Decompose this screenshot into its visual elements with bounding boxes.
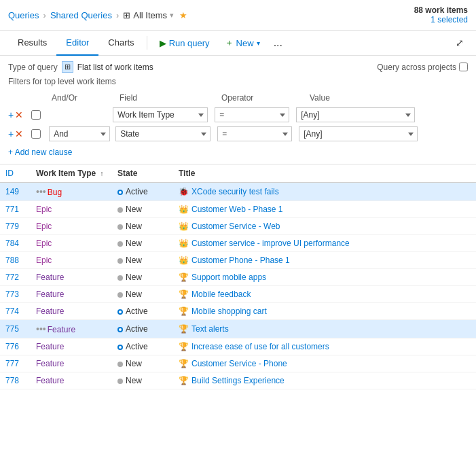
th-id[interactable]: ID (0, 164, 31, 183)
row-id-link[interactable]: 779 (5, 222, 19, 231)
filter-label: Filters for top level work items (8, 77, 468, 86)
filter-row-2-val-select[interactable]: [Any] Active New Resolved (299, 126, 418, 141)
new-plus-icon: ＋ (225, 37, 234, 49)
row-work-type-label: Feature (36, 359, 64, 368)
th-title[interactable]: Title (173, 164, 476, 183)
filter-row-2-op-select[interactable]: = ≠ (217, 126, 292, 141)
filter-row-2-remove-icon[interactable]: ✕ (15, 128, 23, 139)
row-state-dot (117, 224, 123, 230)
table-row[interactable]: 779EpicNew👑Customer Service - Web (0, 218, 476, 235)
row-title-link[interactable]: Mobile shopping cart (191, 307, 267, 316)
row-work-type-label: Epic (36, 239, 52, 248)
filter-header: And/Or Field Operator Value (8, 90, 468, 105)
row-id-link[interactable]: 775 (5, 324, 19, 334)
row-work-type: Epic (31, 252, 112, 269)
filter-row-2-andor-select[interactable]: And Or (49, 126, 110, 141)
th-work-item-type[interactable]: Work Item Type ↑ (31, 164, 112, 183)
row-title-link[interactable]: Increase ease of use for all customers (191, 342, 329, 351)
row-id-link[interactable]: 777 (5, 359, 19, 368)
row-state: Active (112, 303, 173, 320)
row-id-link[interactable]: 772 (5, 273, 19, 282)
table-row[interactable]: 773FeatureNew🏆Mobile feedback (0, 286, 476, 303)
row-state-dot (117, 292, 123, 298)
row-id-link[interactable]: 773 (5, 290, 19, 299)
row-id-link[interactable]: 788 (5, 256, 19, 265)
table-row[interactable]: 149•••BugActive🐞XCode security test fail… (0, 183, 476, 201)
row-state-dot (117, 275, 123, 281)
row-work-type: Feature (31, 269, 112, 286)
row-title-link[interactable]: Text alerts (191, 324, 229, 334)
table-row[interactable]: 784EpicNew👑Customer service - improve UI… (0, 235, 476, 252)
row-context-menu-icon[interactable]: ••• (36, 186, 46, 197)
table-row[interactable]: 775•••FeatureActive🏆Text alerts (0, 320, 476, 338)
filter-row-2-field-select[interactable]: State Work Item Type Title (115, 126, 210, 141)
row-state: New (112, 218, 173, 235)
filter-row-1-remove-icon[interactable]: ✕ (15, 109, 23, 120)
row-title: 🏆Text alerts (173, 320, 476, 338)
row-title-link[interactable]: Customer Service - Phone (191, 359, 287, 368)
breadcrumb-shared-queries[interactable]: Shared Queries (50, 10, 112, 20)
table-row[interactable]: 776FeatureActive🏆Increase ease of use fo… (0, 338, 476, 355)
row-title-icon: 👑 (179, 256, 189, 265)
th-state[interactable]: State (112, 164, 173, 183)
row-state-dot (117, 379, 123, 384)
row-id-link[interactable]: 774 (5, 307, 19, 316)
row-title-link[interactable]: Customer Service - Web (191, 222, 280, 231)
filter-row-2-add-icon[interactable]: + (8, 128, 14, 139)
new-button[interactable]: ＋ New ▾ (218, 33, 267, 53)
work-items-table-container[interactable]: ID Work Item Type ↑ State Title 149•••Bu… (0, 164, 476, 389)
expand-button[interactable]: ⤢ (452, 33, 468, 52)
row-title-icon: 👑 (179, 205, 189, 214)
tab-charts[interactable]: Charts (98, 31, 143, 56)
row-state: New (112, 355, 173, 372)
tab-editor[interactable]: Editor (56, 31, 98, 56)
col-andor-header: And/Or (49, 92, 117, 104)
row-state-label: Active (126, 187, 148, 196)
row-id-link[interactable]: 778 (5, 376, 19, 385)
col-value-header: Value (307, 92, 436, 104)
table-row[interactable]: 774FeatureActive🏆Mobile shopping cart (0, 303, 476, 320)
row-state-label: New (126, 376, 142, 385)
row-title-link[interactable]: Customer Phone - Phase 1 (191, 256, 290, 265)
table-row[interactable]: 777FeatureNew🏆Customer Service - Phone (0, 355, 476, 372)
tab-results[interactable]: Results (8, 31, 56, 56)
row-id-link[interactable]: 776 (5, 342, 19, 351)
filter-row-2-checkbox[interactable] (31, 129, 41, 139)
filter-row-1-checkbox[interactable] (31, 110, 41, 120)
query-across-checkbox[interactable] (459, 63, 468, 71)
row-title-link[interactable]: XCode security test fails (191, 187, 279, 196)
table-row[interactable]: 778FeatureNew🏆Build Settings Experience (0, 372, 476, 389)
row-title-icon: 🏆 (179, 324, 189, 334)
row-title-link[interactable]: Build Settings Experience (191, 376, 285, 385)
row-context-menu-icon[interactable]: ••• (36, 324, 46, 334)
filter-row-1-op-select[interactable]: = ≠ contains (215, 107, 289, 122)
row-id-link[interactable]: 784 (5, 239, 19, 248)
filter-row-1-val-select[interactable]: [Any] Bug Epic Feature (296, 107, 415, 122)
row-title-icon: 🏆 (179, 376, 189, 385)
breadcrumb-count: 88 work items 1 selected (414, 5, 468, 24)
run-query-label: Run query (169, 38, 210, 48)
table-row[interactable]: 772FeatureNew🏆Support mobile apps (0, 269, 476, 286)
row-title-link[interactable]: Customer Web - Phase 1 (191, 205, 283, 214)
breadcrumb-dropdown-icon[interactable]: ▾ (170, 11, 174, 20)
row-work-type: Feature (31, 303, 112, 320)
row-state-dot (117, 241, 123, 247)
run-query-icon: ▶ (160, 38, 166, 48)
row-state-label: New (126, 239, 142, 248)
breadcrumb-favorite-icon[interactable]: ★ (179, 10, 187, 20)
filter-row-1-add-icon[interactable]: + (8, 109, 14, 120)
more-options-button[interactable]: ... (268, 33, 288, 53)
row-title-link[interactable]: Mobile feedback (191, 290, 251, 299)
row-id-link[interactable]: 149 (5, 187, 19, 196)
row-title-link[interactable]: Support mobile apps (191, 273, 266, 282)
table-row[interactable]: 788EpicNew👑Customer Phone - Phase 1 (0, 252, 476, 269)
row-title-link[interactable]: Customer service - improve UI performanc… (191, 239, 350, 248)
row-id-link[interactable]: 771 (5, 205, 19, 214)
run-query-button[interactable]: ▶ Run query (153, 34, 217, 52)
row-state: Active (112, 320, 173, 338)
table-row[interactable]: 771EpicNew👑Customer Web - Phase 1 (0, 201, 476, 218)
breadcrumb-queries[interactable]: Queries (8, 10, 39, 20)
filter-row-1-field-select[interactable]: Work Item Type State Title (113, 107, 208, 122)
row-state-label: New (126, 205, 142, 214)
add-clause-button[interactable]: + Add new clause (8, 143, 468, 158)
